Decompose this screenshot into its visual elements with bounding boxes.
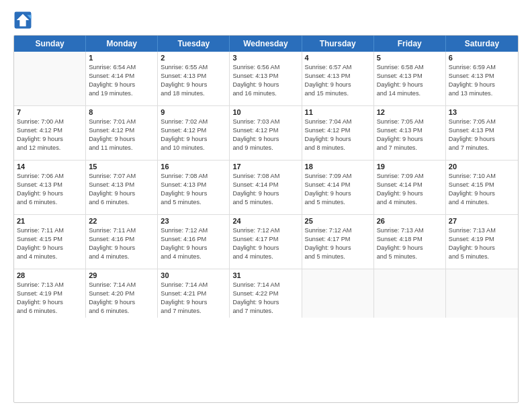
day-number: 17 — [232, 163, 298, 171]
calendar-cell-3-3: 16Sunrise: 7:08 AMSunset: 4:13 PMDayligh… — [158, 161, 230, 214]
day-number: 4 — [305, 54, 371, 62]
day-number: 28 — [17, 271, 83, 279]
cell-line: Sunrise: 7:02 AM — [161, 118, 226, 126]
cell-line: Sunrise: 7:14 AM — [89, 281, 154, 289]
cell-line: and 5 minutes. — [305, 198, 371, 207]
calendar-cell-5-5 — [302, 269, 374, 318]
cell-line: and 14 minutes. — [377, 89, 443, 98]
calendar-cell-2-6: 12Sunrise: 7:05 AMSunset: 4:13 PMDayligh… — [374, 106, 446, 160]
cell-line: Sunset: 4:13 PM — [377, 126, 443, 135]
cell-line: Sunrise: 7:08 AM — [161, 172, 226, 181]
day-number: 3 — [232, 54, 298, 62]
cell-line: Sunset: 4:12 PM — [89, 126, 154, 135]
cell-line: Sunset: 4:14 PM — [232, 181, 298, 189]
calendar-cell-2-3: 9Sunrise: 7:02 AMSunset: 4:12 PMDaylight… — [158, 106, 230, 160]
cell-line: and 4 minutes. — [161, 253, 226, 261]
calendar-header: SundayMondayTuesdayWednesdayThursdayFrid… — [14, 36, 518, 52]
cell-line: and 5 minutes. — [449, 253, 515, 261]
calendar-cell-3-4: 17Sunrise: 7:08 AMSunset: 4:14 PMDayligh… — [230, 161, 302, 214]
cell-line: and 19 minutes. — [89, 89, 154, 98]
cell-line: Sunset: 4:13 PM — [161, 181, 226, 189]
calendar-cell-1-5: 4Sunrise: 6:57 AMSunset: 4:13 PMDaylight… — [302, 52, 374, 105]
calendar-cell-1-1 — [14, 52, 86, 105]
cell-line: Sunset: 4:14 PM — [377, 181, 443, 189]
cell-line: Sunrise: 6:55 AM — [161, 63, 226, 72]
cell-line: and 4 minutes. — [377, 198, 443, 207]
logo — [13, 11, 35, 30]
day-number: 7 — [17, 108, 83, 116]
cell-line: Daylight: 9 hours — [17, 244, 83, 253]
cell-line: Sunset: 4:15 PM — [17, 235, 83, 244]
cell-line: and 5 minutes. — [232, 198, 298, 207]
header-day-tuesday: Tuesday — [158, 36, 230, 52]
cell-line: Sunset: 4:19 PM — [17, 289, 83, 298]
calendar-row-2: 7Sunrise: 7:00 AMSunset: 4:12 PMDaylight… — [14, 106, 518, 161]
cell-line: Daylight: 9 hours — [449, 135, 515, 144]
cell-line: Sunrise: 7:03 AM — [232, 118, 298, 126]
cell-line: Sunrise: 7:14 AM — [161, 281, 226, 289]
cell-line: Sunset: 4:17 PM — [305, 235, 371, 244]
day-number: 23 — [161, 217, 226, 225]
day-number: 11 — [305, 108, 371, 116]
day-number: 31 — [232, 271, 298, 279]
cell-line: Sunrise: 7:10 AM — [449, 172, 515, 181]
cell-line: Sunrise: 6:58 AM — [377, 63, 443, 72]
calendar-cell-5-3: 30Sunrise: 7:14 AMSunset: 4:21 PMDayligh… — [158, 269, 230, 318]
day-number: 19 — [377, 163, 443, 171]
calendar-cell-2-1: 7Sunrise: 7:00 AMSunset: 4:12 PMDaylight… — [14, 106, 86, 160]
day-number: 18 — [305, 163, 371, 171]
cell-line: and 7 minutes. — [377, 144, 443, 152]
cell-line: and 18 minutes. — [161, 89, 226, 98]
day-number: 22 — [89, 217, 154, 225]
cell-line: Sunrise: 7:11 AM — [89, 226, 154, 235]
cell-line: Daylight: 9 hours — [449, 189, 515, 198]
cell-line: and 7 minutes. — [449, 144, 515, 152]
cell-line: Daylight: 9 hours — [305, 189, 371, 198]
calendar-cell-1-6: 5Sunrise: 6:58 AMSunset: 4:13 PMDaylight… — [374, 52, 446, 105]
cell-line: and 5 minutes. — [305, 253, 371, 261]
day-number: 25 — [305, 217, 371, 225]
cell-line: Daylight: 9 hours — [89, 135, 154, 144]
calendar-row-1: 1Sunrise: 6:54 AMSunset: 4:14 PMDaylight… — [14, 52, 518, 106]
cell-line: Daylight: 9 hours — [305, 244, 371, 253]
cell-line: and 5 minutes. — [377, 253, 443, 261]
logo-icon — [13, 11, 32, 30]
cell-line: and 4 minutes. — [232, 253, 298, 261]
day-number: 14 — [17, 163, 83, 171]
calendar-row-5: 28Sunrise: 7:13 AMSunset: 4:19 PMDayligh… — [14, 269, 518, 318]
cell-line: Sunset: 4:12 PM — [305, 126, 371, 135]
cell-line: Sunrise: 7:05 AM — [449, 118, 515, 126]
cell-line: Sunset: 4:13 PM — [377, 72, 443, 81]
day-number: 2 — [161, 54, 226, 62]
cell-line: Daylight: 9 hours — [17, 298, 83, 307]
cell-line: Sunset: 4:13 PM — [232, 72, 298, 81]
cell-line: and 13 minutes. — [449, 89, 515, 98]
day-number: 12 — [377, 108, 443, 116]
calendar-body: 1Sunrise: 6:54 AMSunset: 4:14 PMDaylight… — [14, 52, 518, 318]
cell-line: Sunrise: 7:13 AM — [17, 281, 83, 289]
cell-line: Sunset: 4:20 PM — [89, 289, 154, 298]
cell-line: and 7 minutes. — [161, 307, 226, 316]
cell-line: Sunset: 4:13 PM — [17, 181, 83, 189]
calendar-cell-4-1: 21Sunrise: 7:11 AMSunset: 4:15 PMDayligh… — [14, 215, 86, 269]
calendar-cell-2-4: 10Sunrise: 7:03 AMSunset: 4:12 PMDayligh… — [230, 106, 302, 160]
header-day-wednesday: Wednesday — [230, 36, 302, 52]
cell-line: Daylight: 9 hours — [232, 244, 298, 253]
cell-line: and 11 minutes. — [89, 144, 154, 152]
cell-line: Daylight: 9 hours — [161, 135, 226, 144]
cell-line: and 9 minutes. — [232, 144, 298, 152]
day-number: 10 — [232, 108, 298, 116]
cell-line: Sunset: 4:13 PM — [449, 126, 515, 135]
cell-line: Daylight: 9 hours — [161, 189, 226, 198]
cell-line: Sunset: 4:19 PM — [449, 235, 515, 244]
day-number: 9 — [161, 108, 226, 116]
cell-line: Daylight: 9 hours — [89, 298, 154, 307]
day-number: 5 — [377, 54, 443, 62]
cell-line: Sunrise: 6:56 AM — [232, 63, 298, 72]
calendar-cell-4-4: 24Sunrise: 7:12 AMSunset: 4:17 PMDayligh… — [230, 215, 302, 269]
calendar-cell-2-2: 8Sunrise: 7:01 AMSunset: 4:12 PMDaylight… — [86, 106, 158, 160]
cell-line: Sunrise: 7:08 AM — [232, 172, 298, 181]
cell-line: Sunrise: 7:12 AM — [161, 226, 226, 235]
cell-line: Sunset: 4:16 PM — [89, 235, 154, 244]
day-number: 8 — [89, 108, 154, 116]
